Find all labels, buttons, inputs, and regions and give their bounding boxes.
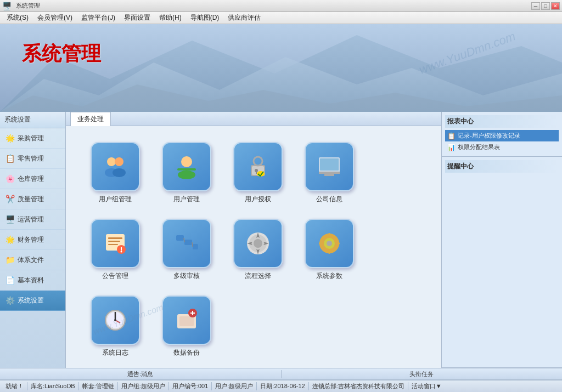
report-center-title: 报表中心 [445, 115, 559, 128]
remind-center-title: 提醒中心 [445, 160, 559, 173]
report-label: 记录-用户权限修改记录 [458, 132, 520, 140]
main-layout: 系统设置 🌟采购管理📋零售管理🌸仓库管理✂️质量管理🖥️运营管理🌟财务管理📁体系… [0, 112, 562, 368]
svg-point-38 [327, 241, 332, 246]
icon-label-notice-mgmt: 公告管理 [102, 271, 128, 281]
statusbar: 就绪！库名:LianSuoDB帐套:管理链用户组:超级用户用户编号:001用户:… [0, 380, 562, 392]
status-item[interactable]: 活动窗口▼ [408, 382, 445, 390]
status-item: 用户编号:001 [169, 382, 212, 390]
icon-box-company-info [305, 142, 354, 191]
svg-line-32 [192, 242, 193, 247]
status-item: 就绪！ [2, 382, 27, 390]
icon-box-workflow [233, 219, 283, 268]
svg-rect-9 [177, 168, 196, 171]
sidebar-label-warehouse: 仓库管理 [18, 174, 44, 184]
icon-label-data-backup: 数据备份 [173, 348, 200, 357]
svg-point-35 [254, 239, 262, 248]
icon-item-sys-log[interactable]: 系统日志 [82, 291, 148, 362]
svg-rect-20 [324, 174, 334, 176]
window-controls: ─ □ ✕ [531, 2, 560, 10]
icon-box-notice-mgmt [91, 219, 140, 268]
sidebar-label-operation: 运营管理 [18, 215, 44, 224]
notice-right: 头衔任务 [282, 370, 563, 378]
sidebar-label-system-doc: 体系文件 [18, 255, 44, 265]
sidebar-item-warehouse[interactable]: 🌸仓库管理 [0, 169, 65, 189]
content-area: 业务处理 用户组管理用户管理用户授权公司信息公告管理多级审核流程选择系统参数系统… [66, 112, 441, 368]
mountain-background [0, 24, 562, 112]
menu-item-供应商评估[interactable]: 供应商评估 [223, 12, 265, 24]
sidebar-item-quality[interactable]: ✂️质量管理 [0, 189, 65, 209]
remind-center-section: 提醒中心 [442, 157, 562, 368]
menu-item-系统s[interactable]: 系统(S) [2, 12, 33, 24]
sidebar-icon-system-settings: ⚙️ [4, 295, 15, 306]
sidebar-item-retail[interactable]: 📋零售管理 [0, 149, 65, 169]
svg-rect-15 [256, 171, 257, 174]
icon-item-workflow[interactable]: 流程选择 [225, 214, 291, 285]
sidebar-item-system-doc[interactable]: 📁体系文件 [0, 250, 65, 270]
sidebar-icon-retail: 📋 [4, 153, 15, 164]
icon-item-multi-review[interactable]: 多级审核 [154, 214, 220, 285]
menu-item-会员管理v[interactable]: 会员管理(V) [33, 12, 77, 24]
notice-bar: 通告:消息 头衔任务 [0, 368, 562, 380]
icon-item-user-mgmt[interactable]: 用户管理 [154, 137, 220, 208]
menu-item-监管平台j[interactable]: 监管平台(J) [77, 12, 120, 24]
svg-point-4 [107, 157, 116, 166]
tab-business[interactable]: 业务处理 [70, 112, 111, 126]
sidebar-item-operation[interactable]: 🖥️运营管理 [0, 209, 65, 230]
sidebar-section-title: 系统设置 [0, 112, 65, 128]
svg-rect-24 [108, 244, 118, 245]
menu-item-帮助h[interactable]: 帮助(H) [155, 12, 186, 24]
icon-label-user-auth: 用户授权 [245, 195, 271, 204]
svg-point-8 [181, 156, 192, 167]
svg-rect-30 [193, 244, 198, 249]
report-item-记录-用[interactable]: 📋记录-用户权限修改记录 [445, 130, 559, 141]
icon-item-sys-params[interactable]: 系统参数 [296, 214, 362, 285]
icon-item-user-auth[interactable]: 用户授权 [225, 137, 291, 208]
sidebar-item-basic-data[interactable]: 📄基本资料 [0, 270, 65, 291]
svg-point-5 [115, 157, 123, 166]
status-item: 帐套:管理链 [79, 382, 118, 390]
sidebar-label-finance: 财务管理 [18, 235, 44, 245]
status-item: 连锁总部:吉林省杰资科技有限公司 [309, 382, 408, 390]
sidebar-icon-basic-data: 📄 [4, 275, 15, 286]
sidebar-icon-purchase: 🌟 [4, 133, 15, 144]
menubar: 系统(S)会员管理(V)监管平台(J)界面设置帮助(H)导航图(D)供应商评估 [0, 12, 562, 24]
icon-item-user-group[interactable]: 用户组管理 [82, 137, 148, 208]
icon-item-data-backup[interactable]: 数据备份 [154, 291, 220, 362]
sidebar-icon-quality: ✂️ [4, 194, 15, 204]
sidebar-icon-warehouse: 🌸 [4, 173, 15, 184]
icon-label-multi-review: 多级审核 [173, 271, 200, 281]
minimize-button[interactable]: ─ [531, 2, 540, 10]
svg-rect-23 [108, 241, 120, 242]
sidebar-icon-finance: 🌟 [4, 234, 15, 245]
svg-rect-18 [320, 158, 339, 171]
icon-box-user-auth [233, 142, 283, 191]
svg-line-31 [184, 238, 184, 242]
icon-item-notice-mgmt[interactable]: 公告管理 [82, 214, 148, 285]
svg-point-13 [254, 157, 262, 166]
sidebar-item-purchase[interactable]: 🌟采购管理 [0, 128, 65, 149]
maximize-button[interactable]: □ [541, 2, 550, 10]
report-item-权限分配[interactable]: 📊权限分配结果表 [445, 141, 559, 153]
svg-point-47 [114, 319, 116, 321]
icon-grid: 用户组管理用户管理用户授权公司信息公告管理多级审核流程选择系统参数系统日志数据备… [66, 126, 441, 373]
status-item: 用户:超级用户 [212, 382, 257, 390]
menu-item-界面设置[interactable]: 界面设置 [120, 12, 155, 24]
right-panel: 报表中心 📋记录-用户权限修改记录📊权限分配结果表 提醒中心 [441, 112, 562, 368]
sidebar-item-system-settings[interactable]: ⚙️系统设置 [0, 291, 65, 311]
sidebar-label-system-settings: 系统设置 [18, 296, 44, 305]
menu-item-导航图d[interactable]: 导航图(D) [186, 12, 224, 24]
close-button[interactable]: ✕ [551, 2, 560, 10]
icon-box-sys-params [305, 219, 354, 268]
sidebar-label-quality: 质量管理 [18, 195, 44, 204]
svg-rect-41 [319, 242, 323, 245]
report-icon: 📊 [447, 144, 456, 151]
icon-label-workflow: 流程选择 [245, 271, 271, 281]
icon-label-user-mgmt: 用户管理 [173, 195, 200, 204]
icon-item-company-info[interactable]: 公司信息 [296, 137, 362, 208]
svg-rect-19 [319, 172, 340, 174]
svg-rect-39 [328, 233, 330, 237]
report-center-section: 报表中心 📋记录-用户权限修改记录📊权限分配结果表 [442, 112, 562, 157]
sidebar-item-finance[interactable]: 🌟财务管理 [0, 230, 65, 250]
icon-box-user-group [91, 142, 140, 191]
svg-point-27 [121, 251, 122, 252]
